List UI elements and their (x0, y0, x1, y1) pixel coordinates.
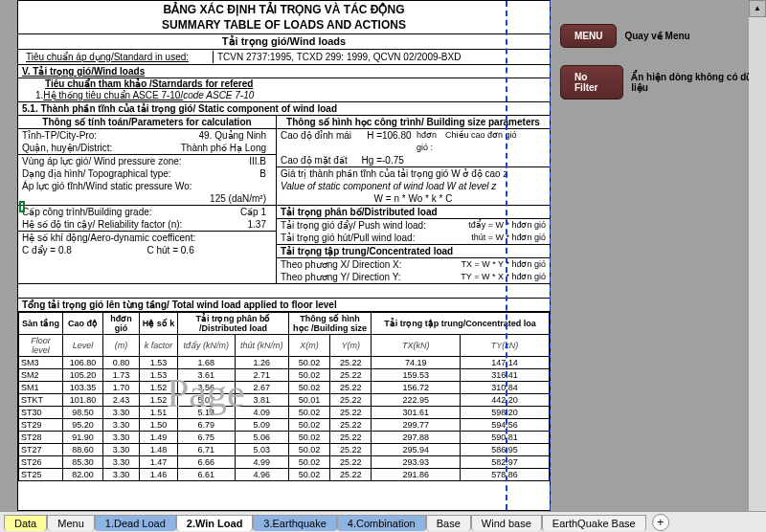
cell[interactable]: 88.60 (63, 444, 103, 456)
cell[interactable]: 3.61 (178, 369, 236, 382)
cell[interactable]: 3.30 (103, 469, 140, 481)
cell[interactable]: 4.96 (235, 469, 288, 481)
cell[interactable]: 1.50 (140, 419, 178, 432)
table-row[interactable]: SM2105.201.731.533.612.7150.0225.22159.5… (19, 369, 550, 382)
cell[interactable]: 25.22 (330, 382, 372, 394)
cell[interactable]: 25.22 (330, 419, 372, 432)
cell[interactable]: 1.73 (103, 369, 140, 382)
cell[interactable]: 222.95 (372, 394, 461, 407)
cell[interactable]: 106.80 (63, 357, 103, 369)
tab-menu[interactable]: Menu (47, 515, 95, 531)
cell[interactable]: SM2 (19, 369, 63, 382)
cell[interactable]: 50.02 (288, 382, 329, 394)
cell[interactable]: 50.02 (288, 456, 329, 469)
cell[interactable]: 25.22 (330, 432, 372, 444)
cell[interactable]: 4.09 (235, 407, 288, 419)
table-row[interactable]: SM3106.800.801.531.681.2650.0225.2274.19… (19, 357, 550, 369)
cell[interactable]: 50.01 (288, 394, 329, 407)
cell[interactable]: 147.14 (461, 357, 550, 369)
cell[interactable]: 74.19 (372, 357, 461, 369)
tab-windbase[interactable]: Wind base (471, 515, 542, 531)
cell[interactable]: 1.47 (140, 456, 178, 469)
table-row[interactable]: ST2685.303.301.476.664.9950.0225.22293.9… (19, 456, 550, 469)
cell[interactable]: 1.52 (140, 382, 178, 394)
cell[interactable]: ST26 (19, 456, 63, 469)
p-city-v[interactable]: 49. Quảng Ninh (199, 129, 273, 142)
table-row[interactable]: ST3098.503.301.515.134.0950.0225.22301.6… (19, 407, 550, 419)
cell[interactable]: 4.99 (235, 456, 288, 469)
cell[interactable]: 25.22 (330, 407, 372, 419)
cell[interactable]: 91.90 (63, 432, 103, 444)
cell[interactable]: 586.95 (461, 444, 550, 456)
cell[interactable]: ST27 (19, 444, 63, 456)
table-row[interactable]: ST2995.203.301.506.795.0950.0225.22299.7… (19, 419, 550, 432)
cell[interactable]: SM3 (19, 357, 63, 369)
cell[interactable]: 50.02 (288, 369, 329, 382)
cell[interactable]: 5.09 (235, 419, 288, 432)
cell[interactable]: 0.80 (103, 357, 140, 369)
cell[interactable]: 25.22 (330, 456, 372, 469)
cell[interactable]: 1.48 (140, 444, 178, 456)
vertical-scrollbar[interactable]: ▲ (749, 0, 766, 511)
cell[interactable]: 3.30 (103, 432, 140, 444)
cell[interactable]: 159.53 (372, 369, 461, 382)
cell[interactable]: ST25 (19, 469, 63, 481)
cell[interactable]: 5.03 (235, 444, 288, 456)
cell[interactable]: 50.02 (288, 432, 329, 444)
cell[interactable]: 50.02 (288, 407, 329, 419)
menu-button[interactable]: MENU (560, 24, 617, 48)
cell[interactable]: 95.20 (63, 419, 103, 432)
cell[interactable]: 1.51 (140, 407, 178, 419)
tab-data[interactable]: Data (4, 515, 47, 531)
tab-combination[interactable]: 4.Combination (337, 515, 426, 531)
cell[interactable]: 2.71 (235, 369, 288, 382)
cell[interactable]: 2.67 (235, 382, 288, 394)
p-dist-v[interactable]: Thành phố Hạ Long (181, 142, 272, 154)
cell[interactable]: 25.22 (330, 369, 372, 382)
cell[interactable]: 6.75 (178, 432, 236, 444)
cell[interactable]: 1.68 (178, 357, 236, 369)
p-topo-v[interactable]: B (259, 167, 272, 180)
cell[interactable]: 1.26 (235, 357, 288, 369)
cell[interactable]: 25.22 (330, 444, 372, 456)
cell[interactable]: STKT (19, 394, 63, 407)
cell[interactable]: 50.02 (288, 357, 329, 369)
nofilter-button[interactable]: No Filter (560, 65, 623, 100)
tab-eqbase[interactable]: EarthQuake Base (542, 515, 646, 531)
cell[interactable]: 25.22 (330, 469, 372, 481)
cell[interactable]: 301.61 (372, 407, 461, 419)
cell[interactable]: 105.20 (63, 369, 103, 382)
cell[interactable]: 5.13 (178, 407, 236, 419)
cell[interactable]: 1.53 (140, 357, 178, 369)
cell[interactable]: 5.07 (178, 394, 236, 407)
cell[interactable]: ST29 (19, 419, 63, 432)
cell[interactable]: 1.52 (140, 394, 178, 407)
p-grade-v[interactable]: Cấp 1 (240, 206, 272, 218)
cell[interactable]: 1.46 (140, 469, 178, 481)
cell[interactable]: 2.43 (103, 394, 140, 407)
cell[interactable]: 578.86 (461, 469, 550, 481)
cell[interactable]: 6.79 (178, 419, 236, 432)
cell[interactable]: 50.02 (288, 444, 329, 456)
cell[interactable]: 598.20 (461, 407, 550, 419)
table-row[interactable]: STKT101.802.431.525.073.8150.0125.22222.… (19, 394, 550, 407)
cell[interactable]: 3.30 (103, 419, 140, 432)
cell[interactable]: 25.22 (330, 357, 372, 369)
cell[interactable]: 594.56 (461, 419, 550, 432)
table-row[interactable]: SM1103.351.701.523.562.6750.0225.22156.7… (19, 382, 550, 394)
cell[interactable]: ST28 (19, 432, 63, 444)
table-row[interactable]: ST2891.903.301.496.755.0650.0225.22297.8… (19, 432, 550, 444)
cell[interactable]: 82.00 (63, 469, 103, 481)
cell[interactable]: 310.84 (461, 382, 550, 394)
table-row[interactable]: ST2788.603.301.486.715.0350.0225.22295.9… (19, 444, 550, 456)
cell[interactable]: 3.81 (235, 394, 288, 407)
cell[interactable]: 590.81 (461, 432, 550, 444)
cell[interactable]: 85.30 (63, 456, 103, 469)
cell[interactable]: 299.77 (372, 419, 461, 432)
cell[interactable]: 582.97 (461, 456, 550, 469)
cell[interactable]: ST30 (19, 407, 63, 419)
tab-deadload[interactable]: 1.Dead Load (95, 515, 176, 531)
cell[interactable]: 156.72 (372, 382, 461, 394)
tab-winload[interactable]: 2.Win Load (176, 515, 254, 531)
cell[interactable]: 1.49 (140, 432, 178, 444)
